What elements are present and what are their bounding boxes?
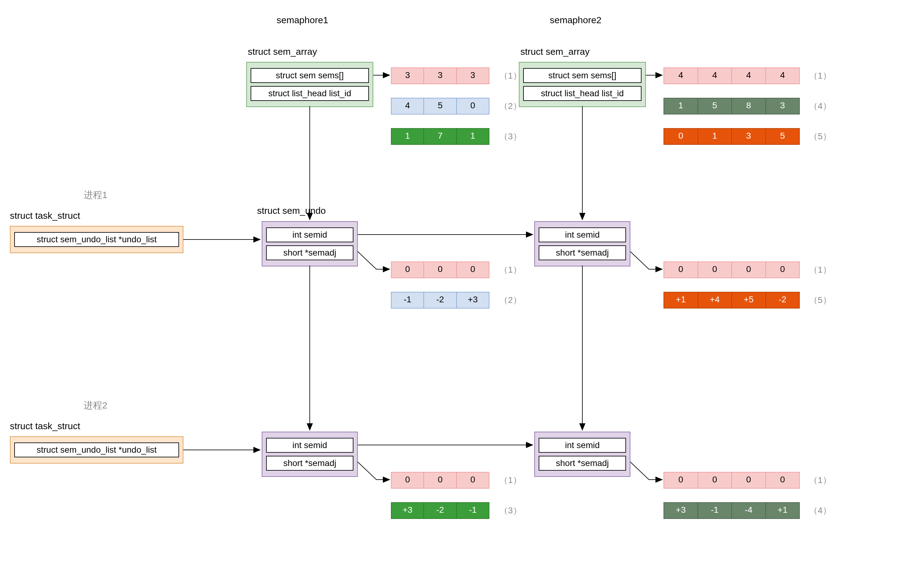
cell: -2 <box>424 293 457 308</box>
sem-array2-box: struct sem sems[] struct list_head list_… <box>519 62 646 107</box>
sem-sems-field: struct sem sems[] <box>251 68 369 83</box>
cell: 3 <box>391 68 424 84</box>
task-struct1-box: struct sem_undo_list *undo_list <box>10 226 183 253</box>
cell: 8 <box>732 99 766 114</box>
semadj-field: short *semadj <box>539 245 626 260</box>
undo_p2_s2-row1: +3-1-4+1 <box>663 502 800 519</box>
cell: 0 <box>766 262 799 278</box>
cell: 1 <box>391 129 424 144</box>
sem-undo-p2s1-box: int semid short *semadj <box>262 432 358 477</box>
cell: 1 <box>664 99 698 114</box>
cell: 0 <box>457 262 489 278</box>
task-struct1-label: struct task_struct <box>10 210 80 221</box>
undo-list-field: struct sem_undo_list *undo_list <box>14 442 179 457</box>
sem-undo-p1s2-box: int semid short *semadj <box>534 221 630 266</box>
cell: -1 <box>391 293 424 308</box>
sem-sems-field: struct sem sems[] <box>523 68 642 83</box>
sem-undo-p1s1-box: int semid short *semadj <box>262 221 358 266</box>
semadj-field: short *semadj <box>266 456 353 471</box>
semaphore2-title: semaphore2 <box>550 15 602 25</box>
cell: 5 <box>766 129 799 144</box>
sem-array1-box: struct sem sems[] struct list_head list_… <box>246 62 373 107</box>
undo_p2_s2-row0: 0000 <box>663 472 800 488</box>
semadj-field: short *semadj <box>539 456 626 471</box>
cell: +5 <box>732 293 766 308</box>
undo_p1_s1-row0: 000 <box>391 261 489 278</box>
undo_p1_s1-tag1: （2） <box>499 294 521 306</box>
sem_array1-row2: 171 <box>391 128 489 145</box>
undo_p1_s1-row1: -1-2+3 <box>391 292 489 309</box>
cell: 0 <box>732 472 766 488</box>
undo_p1_s1-tag0: （1） <box>499 264 521 276</box>
sem_array2-row0: 4444 <box>663 67 800 84</box>
cell: 3 <box>424 68 457 84</box>
undo_p2_s1-tag1: （3） <box>499 505 521 516</box>
cell: +3 <box>664 503 698 518</box>
cell: 0 <box>698 472 732 488</box>
cell: 0 <box>391 472 424 488</box>
semid-field: int semid <box>266 438 353 453</box>
sem_array1-row1: 450 <box>391 98 489 115</box>
cell: 5 <box>424 99 457 114</box>
cell: 0 <box>457 472 489 488</box>
cell: -1 <box>698 503 732 518</box>
undo_p2_s2-tag1: （4） <box>809 505 832 516</box>
cell: 4 <box>732 68 766 84</box>
cell: 1 <box>698 129 732 144</box>
sem-array1-label: struct sem_array <box>248 46 317 57</box>
cell: +1 <box>766 503 799 518</box>
sem-undo-p2s2-box: int semid short *semadj <box>534 432 630 477</box>
sem-undo-label: struct sem_undo <box>257 206 326 216</box>
cell: -4 <box>732 503 766 518</box>
cell: 0 <box>424 472 457 488</box>
sem_array1-tag0: （1） <box>499 70 521 82</box>
cell: +1 <box>664 293 698 308</box>
undo_p2_s2-tag0: （1） <box>809 474 832 486</box>
semid-field: int semid <box>539 438 626 453</box>
cell: 0 <box>664 129 698 144</box>
undo_p2_s1-row0: 000 <box>391 472 489 488</box>
cell: 4 <box>664 68 698 84</box>
cell: 1 <box>457 129 489 144</box>
sem-array2-label: struct sem_array <box>520 46 589 57</box>
undo_p2_s1-tag0: （1） <box>499 474 521 486</box>
process2-label: 进程2 <box>84 399 107 412</box>
sem_array1-tag1: （2） <box>499 100 521 112</box>
cell: 0 <box>698 262 732 278</box>
sem_array1-tag2: （3） <box>499 131 521 142</box>
undo_p2_s1-row1: +3-2-1 <box>391 502 489 519</box>
cell: -2 <box>766 293 799 308</box>
undo-list-field: struct sem_undo_list *undo_list <box>14 232 179 247</box>
semadj-field: short *semadj <box>266 245 353 260</box>
cell: 0 <box>664 262 698 278</box>
cell: +3 <box>391 503 424 518</box>
semid-field: int semid <box>539 227 626 242</box>
cell: 0 <box>391 262 424 278</box>
sem_array2-tag0: （1） <box>809 70 832 82</box>
cell: 4 <box>698 68 732 84</box>
cell: +4 <box>698 293 732 308</box>
sem_array2-row1: 1583 <box>663 98 800 115</box>
sem_array2-tag1: （4） <box>809 100 832 112</box>
sem_array2-row2: 0135 <box>663 128 800 145</box>
cell: 5 <box>698 99 732 114</box>
cell: 4 <box>766 68 799 84</box>
task-struct2-box: struct sem_undo_list *undo_list <box>10 436 183 464</box>
cell: 0 <box>732 262 766 278</box>
undo_p1_s2-tag1: （5） <box>809 294 832 306</box>
cell: -2 <box>424 503 457 518</box>
list-head-field: struct list_head list_id <box>523 86 642 101</box>
cell: -1 <box>457 503 489 518</box>
cell: 4 <box>391 99 424 114</box>
undo_p1_s2-row1: +1+4+5-2 <box>663 292 800 309</box>
undo_p1_s2-row0: 0000 <box>663 261 800 278</box>
cell: 0 <box>457 99 489 114</box>
sem_array2-tag2: （5） <box>809 131 832 142</box>
cell: 3 <box>766 99 799 114</box>
cell: 3 <box>457 68 489 84</box>
sem_array1-row0: 333 <box>391 67 489 84</box>
cell: 0 <box>424 262 457 278</box>
task-struct2-label: struct task_struct <box>10 421 80 431</box>
list-head-field: struct list_head list_id <box>251 86 369 101</box>
semid-field: int semid <box>266 227 353 242</box>
